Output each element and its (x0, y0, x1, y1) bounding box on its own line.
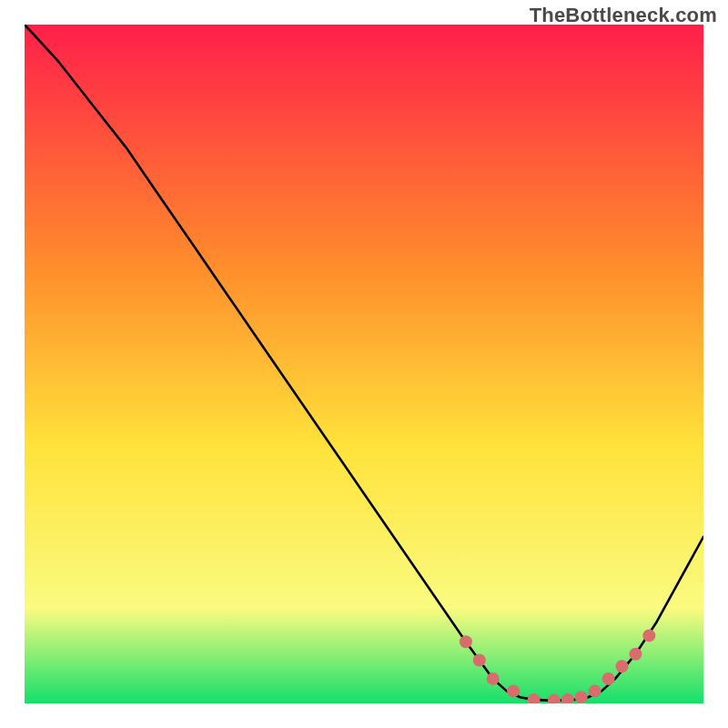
data-marker (575, 691, 588, 703)
plot-area (25, 25, 703, 703)
data-marker (473, 654, 486, 667)
data-marker (507, 684, 520, 697)
data-marker (629, 648, 642, 661)
data-marker (602, 672, 615, 685)
data-marker (616, 660, 629, 672)
data-marker (589, 684, 602, 697)
chart-stage: TheBottleneck.com (0, 0, 728, 728)
data-marker (642, 629, 655, 642)
data-marker (460, 635, 472, 648)
gradient-background (25, 25, 703, 703)
data-marker (487, 672, 500, 685)
plot-svg (25, 25, 703, 703)
